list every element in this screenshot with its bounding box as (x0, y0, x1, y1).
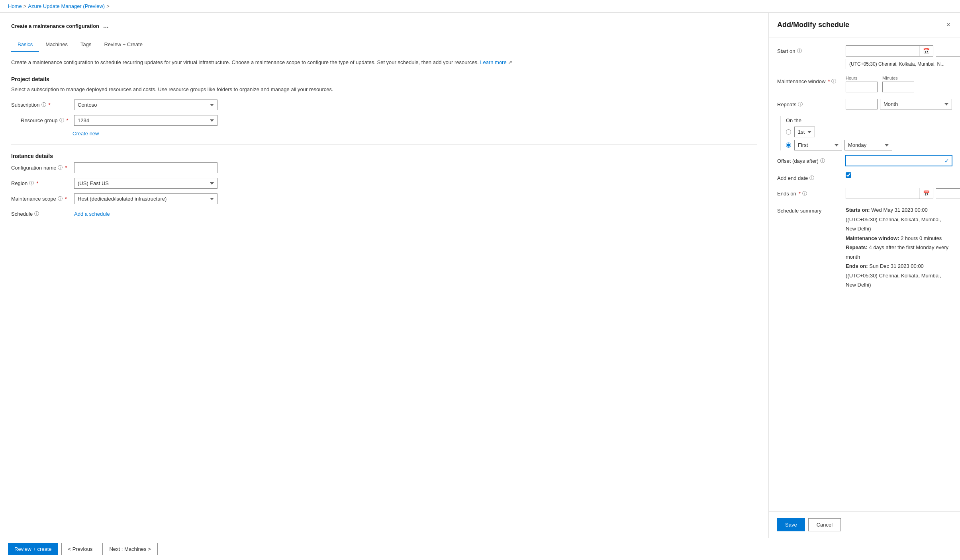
schedule-info-icon[interactable]: ⓘ (34, 211, 39, 217)
ends-on-row: Ends on * ⓘ 12/31/2023 📅 12:00 AM (777, 188, 952, 199)
radio-day-number[interactable] (786, 129, 791, 135)
create-new-link[interactable]: Create new (72, 131, 99, 137)
add-end-date-label: Add end date ⓘ (777, 172, 841, 181)
right-panel: Add/Modify schedule × Start on ⓘ 05/31/2… (769, 13, 960, 538)
ends-on-controls: 12/31/2023 📅 12:00 AM (846, 188, 960, 199)
minutes-input[interactable]: 0 (882, 82, 914, 92)
maintenance-scope-select[interactable]: Host (dedicated/isolated infrastructure) (74, 193, 217, 204)
left-panel: Create a maintenance configuration ... B… (0, 13, 769, 538)
summary-window-val: 2 hours 0 minutes (901, 235, 942, 241)
on-the-section: On the 1st First Second Third (780, 116, 952, 150)
resource-group-select[interactable]: 1234 (74, 115, 217, 126)
tab-review-create[interactable]: Review + Create (98, 37, 149, 52)
panel-title: Add/Modify schedule (777, 21, 849, 29)
learn-more-link[interactable]: Learn more (480, 59, 506, 65)
panel-footer: Save Cancel (769, 511, 960, 538)
hours-group: Hours 2 (846, 76, 878, 92)
end-calendar-icon[interactable]: 📅 (919, 188, 933, 199)
tab-basics[interactable]: Basics (11, 37, 39, 52)
maintenance-window-label: Maintenance window * ⓘ (777, 76, 841, 85)
previous-button[interactable]: < Previous (61, 543, 100, 555)
ends-on-label: Ends on * ⓘ (777, 188, 841, 197)
radio-ordinal[interactable] (786, 142, 791, 148)
offset-controls: 4 ✓ (846, 155, 952, 166)
panel-body: Start on ⓘ 05/31/2023 📅 12:00 AM (UTC+05… (769, 37, 960, 511)
summary-window-bold: Maintenance window: (846, 235, 901, 241)
summary-starts-bold: Starts on: (846, 207, 871, 213)
hours-input[interactable]: 2 (846, 82, 878, 92)
timezone-row: (UTC+05:30) Chennai, Kolkata, Mumbai, N.… (846, 59, 960, 69)
on-the-label: On the (786, 116, 952, 123)
hours-minutes-row: Hours 2 Minutes 0 (846, 76, 952, 92)
tab-tags[interactable]: Tags (74, 37, 98, 52)
next-machines-button[interactable]: Next : Machines > (102, 543, 157, 555)
offset-input-wrap: 4 ✓ (846, 155, 952, 166)
save-button[interactable]: Save (777, 518, 805, 531)
tabs-container: Basics Machines Tags Review + Create (11, 37, 757, 52)
timezone-select[interactable]: (UTC+05:30) Chennai, Kolkata, Mumbai, N.… (846, 59, 960, 69)
start-on-row: Start on ⓘ 05/31/2023 📅 12:00 AM (UTC+05… (777, 45, 952, 69)
page-description: Create a maintenance configuration to sc… (11, 59, 757, 66)
subscription-select[interactable]: Contoso (74, 100, 217, 110)
region-info-icon[interactable]: ⓘ (29, 180, 34, 187)
breadcrumb-sep2: > (106, 3, 110, 9)
start-time-input[interactable]: 12:00 AM (936, 46, 960, 57)
minutes-group: Minutes 0 (882, 76, 914, 92)
ordinal-select[interactable]: First Second Third Fourth Last (794, 140, 842, 150)
repeats-info-icon[interactable]: ⓘ (798, 101, 803, 108)
ends-on-date-time-row: 12/31/2023 📅 12:00 AM (846, 188, 960, 199)
offset-input[interactable]: 4 (846, 156, 952, 166)
page-title: Create a maintenance configuration (11, 23, 99, 29)
repeats-label: Repeats ⓘ (777, 99, 841, 108)
start-on-info-icon[interactable]: ⓘ (797, 48, 802, 55)
add-schedule-button[interactable]: Add a schedule (74, 209, 110, 219)
config-name-label: Configuration name ⓘ * (11, 164, 71, 171)
radio-day-number-row: 1st (786, 127, 952, 137)
page-title-more[interactable]: ... (103, 22, 108, 29)
repeats-row: Repeats ⓘ 1 Day Week Month Year (777, 99, 952, 109)
repeats-number-unit-row: 1 Day Week Month Year (846, 99, 952, 109)
offset-info-icon[interactable]: ⓘ (820, 158, 825, 164)
day-number-select[interactable]: 1st (794, 127, 815, 137)
tab-machines[interactable]: Machines (39, 37, 74, 52)
config-name-info-icon[interactable]: ⓘ (58, 164, 63, 171)
start-date-input[interactable]: 05/31/2023 (846, 46, 919, 56)
weekday-select[interactable]: Sunday Monday Tuesday Wednesday Thursday… (844, 140, 892, 150)
breadcrumb-home[interactable]: Home (8, 3, 22, 9)
schedule-row: Schedule ⓘ Add a schedule (11, 209, 757, 219)
schedule-summary-label: Schedule summary (777, 205, 841, 214)
add-end-date-info-icon[interactable]: ⓘ (809, 175, 814, 181)
repeats-number-input[interactable]: 1 (846, 99, 878, 109)
config-name-input[interactable] (74, 162, 217, 173)
divider-1 (11, 144, 757, 145)
repeats-unit-select[interactable]: Day Week Month Year (880, 99, 952, 109)
maintenance-window-controls: Hours 2 Minutes 0 (846, 76, 952, 92)
end-date-input[interactable]: 12/31/2023 (846, 189, 919, 199)
offset-row: Offset (days after) ⓘ 4 ✓ (777, 155, 952, 166)
add-end-date-checkbox[interactable] (846, 172, 851, 178)
maintenance-scope-label: Maintenance scope ⓘ * (11, 195, 71, 202)
end-time-input[interactable]: 12:00 AM (936, 188, 960, 199)
maintenance-window-info-icon[interactable]: ⓘ (831, 78, 836, 85)
panel-close-button[interactable]: × (944, 19, 952, 31)
project-details-title: Project details (11, 76, 757, 82)
project-details-desc: Select a subscription to manage deployed… (11, 86, 757, 94)
calendar-icon[interactable]: 📅 (919, 46, 933, 56)
breadcrumb-parent[interactable]: Azure Update Manager (Preview) (28, 3, 105, 9)
maintenance-scope-info-icon[interactable]: ⓘ (58, 195, 63, 202)
region-select[interactable]: (US) East US (74, 178, 217, 189)
subscription-row: Subscription ⓘ * Contoso (11, 100, 757, 110)
resource-group-info-icon[interactable]: ⓘ (59, 117, 64, 124)
cancel-button[interactable]: Cancel (808, 518, 841, 531)
subscription-info-icon[interactable]: ⓘ (41, 101, 46, 108)
minutes-label: Minutes (882, 76, 914, 80)
panel-header: Add/Modify schedule × (769, 13, 960, 37)
add-end-date-row: Add end date ⓘ (777, 172, 952, 181)
region-label: Region ⓘ * (11, 180, 71, 187)
ends-on-info-icon[interactable]: ⓘ (802, 190, 807, 197)
on-the-selects: First Second Third Fourth Last Sunday Mo… (794, 140, 892, 150)
page-title-row: Create a maintenance configuration ... (11, 22, 757, 29)
start-date-input-wrap: 05/31/2023 📅 (846, 45, 933, 57)
review-create-button[interactable]: Review + create (8, 543, 58, 555)
start-on-date-time-row: 05/31/2023 📅 12:00 AM (846, 45, 960, 57)
